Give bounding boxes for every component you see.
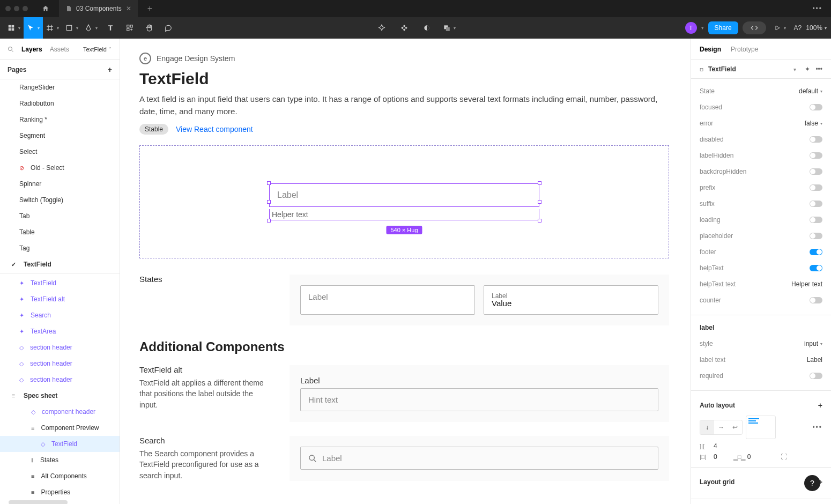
layer-item[interactable]: ✦TextField alt bbox=[0, 291, 120, 307]
property-value[interactable] bbox=[810, 184, 822, 191]
help-button[interactable]: ? bbox=[804, 475, 820, 491]
toggle[interactable] bbox=[810, 249, 822, 255]
toggle[interactable] bbox=[810, 233, 822, 239]
property-value[interactable]: Label bbox=[807, 356, 822, 364]
property-value[interactable] bbox=[810, 201, 822, 207]
chevron-down-icon[interactable]: ▾ bbox=[793, 66, 796, 72]
resize-handle[interactable] bbox=[267, 219, 271, 223]
comment-tool[interactable] bbox=[159, 17, 178, 39]
file-tab[interactable]: 03 Components ✕ bbox=[59, 0, 138, 17]
pen-tool[interactable]: ▾ bbox=[81, 17, 101, 39]
layer-item[interactable]: ≡Properties bbox=[0, 484, 120, 500]
direction-down[interactable]: ↓ bbox=[700, 420, 714, 434]
toggle[interactable] bbox=[810, 297, 822, 303]
toggle[interactable] bbox=[810, 217, 822, 223]
direction-right[interactable]: → bbox=[714, 420, 728, 434]
layer-item[interactable]: Tag bbox=[0, 240, 120, 256]
property-value[interactable] bbox=[810, 233, 822, 239]
more-icon[interactable]: ••• bbox=[815, 65, 822, 73]
layer-item[interactable]: Spinner bbox=[0, 176, 120, 192]
mask-tool[interactable] bbox=[417, 17, 436, 39]
property-value[interactable]: input ▾ bbox=[804, 340, 822, 347]
toggle[interactable] bbox=[810, 168, 822, 175]
property-value[interactable]: false ▾ bbox=[805, 120, 822, 127]
layer-item[interactable]: Segment bbox=[0, 128, 120, 144]
property-value[interactable] bbox=[810, 373, 822, 379]
design-tab[interactable]: Design bbox=[700, 46, 721, 53]
swap-instance-icon[interactable]: ✦ bbox=[805, 65, 810, 73]
component-tool[interactable] bbox=[395, 17, 414, 39]
property-value[interactable] bbox=[810, 265, 822, 271]
zoom-control[interactable]: 100%▾ bbox=[806, 24, 827, 32]
toggle[interactable] bbox=[810, 201, 822, 207]
layer-item[interactable]: Table bbox=[0, 224, 120, 240]
layer-item-textfield-group[interactable]: ✓TextField bbox=[0, 256, 120, 272]
shape-tool[interactable]: ▾ bbox=[62, 17, 81, 39]
layers-tab[interactable]: Layers bbox=[21, 46, 42, 53]
layers-list[interactable]: RangeSliderRadiobuttonRanking *SegmentSe… bbox=[0, 79, 120, 504]
layer-item[interactable]: ⊘Old - Select bbox=[0, 160, 120, 176]
toggle[interactable] bbox=[810, 265, 822, 271]
search-icon[interactable] bbox=[8, 46, 14, 53]
dev-mode-toggle[interactable] bbox=[743, 21, 766, 34]
layer-item[interactable]: RangeSlider bbox=[0, 79, 120, 95]
share-button[interactable]: Share bbox=[708, 21, 738, 34]
layer-item[interactable]: ≡Component Preview bbox=[0, 420, 120, 436]
toggle[interactable] bbox=[810, 373, 822, 379]
property-value[interactable]: Helper text bbox=[791, 280, 822, 288]
resize-handle[interactable] bbox=[538, 219, 541, 223]
layer-item[interactable]: ≡Alt Components bbox=[0, 468, 120, 484]
frame-tool[interactable]: ▾ bbox=[43, 17, 62, 39]
layer-item[interactable]: ✦TextArea bbox=[0, 323, 120, 339]
direction-wrap[interactable]: ↩ bbox=[728, 420, 742, 434]
property-value[interactable] bbox=[810, 168, 822, 175]
toggle[interactable] bbox=[810, 184, 822, 191]
aspect-indicator[interactable]: A? bbox=[794, 24, 802, 32]
window-max-dot[interactable] bbox=[23, 6, 28, 11]
layer-item[interactable]: Switch (Toggle) bbox=[0, 192, 120, 208]
property-value[interactable] bbox=[810, 297, 822, 303]
app-more-menu[interactable]: ••• bbox=[809, 5, 826, 12]
layer-item[interactable]: ✦Search bbox=[0, 307, 120, 323]
layer-item[interactable]: Ranking * bbox=[0, 112, 120, 128]
pad-h-value[interactable]: 0 bbox=[714, 453, 717, 461]
property-value[interactable]: default ▾ bbox=[799, 87, 822, 95]
resources-tool[interactable] bbox=[120, 17, 139, 39]
ai-tool[interactable] bbox=[372, 17, 391, 39]
close-tab-icon[interactable]: ✕ bbox=[126, 5, 131, 12]
toggle[interactable] bbox=[810, 136, 822, 143]
alignment-grid[interactable] bbox=[746, 416, 776, 439]
pad-expand-icon[interactable]: ⛶ bbox=[781, 453, 787, 461]
layer-item[interactable]: ◇section header bbox=[0, 355, 120, 372]
layer-item[interactable]: Radiobutton bbox=[0, 95, 120, 112]
autolayout-more[interactable]: ••• bbox=[812, 424, 822, 431]
property-value[interactable] bbox=[810, 249, 822, 255]
layer-item[interactable]: ◇section header bbox=[0, 372, 120, 388]
assets-tab[interactable]: Assets bbox=[50, 46, 69, 53]
scrollbar-thumb[interactable] bbox=[9, 500, 68, 504]
toggle[interactable] bbox=[810, 152, 822, 159]
add-autolayout-button[interactable]: + bbox=[818, 401, 822, 410]
main-menu-button[interactable]: ▾ bbox=[4, 17, 24, 39]
selected-component[interactable]: Label Helper text 540 × Hug bbox=[269, 183, 539, 220]
home-icon[interactable] bbox=[36, 5, 55, 12]
resize-handle[interactable] bbox=[267, 181, 271, 185]
layer-item[interactable]: Tab bbox=[0, 208, 120, 224]
resize-handle[interactable] bbox=[267, 200, 271, 204]
property-value[interactable] bbox=[810, 136, 822, 143]
pad-v-value[interactable]: 0 bbox=[747, 453, 751, 461]
react-link[interactable]: View React component bbox=[176, 125, 253, 134]
new-tab-button[interactable]: + bbox=[142, 4, 158, 13]
prototype-tab[interactable]: Prototype bbox=[731, 46, 758, 53]
page-selector[interactable]: TextField ⌃ bbox=[83, 46, 112, 53]
user-avatar[interactable]: T bbox=[685, 22, 697, 34]
toggle[interactable] bbox=[810, 104, 822, 110]
layer-item-spec[interactable]: ≡Spec sheet bbox=[0, 388, 120, 404]
boolean-tool[interactable]: ▾ bbox=[440, 17, 459, 39]
text-tool[interactable] bbox=[101, 17, 120, 39]
layer-item[interactable]: ✦TextField bbox=[0, 275, 120, 291]
window-close-dot[interactable] bbox=[5, 6, 11, 11]
property-value[interactable] bbox=[810, 217, 822, 223]
gap-value[interactable]: 4 bbox=[714, 442, 717, 450]
window-min-dot[interactable] bbox=[14, 6, 19, 11]
